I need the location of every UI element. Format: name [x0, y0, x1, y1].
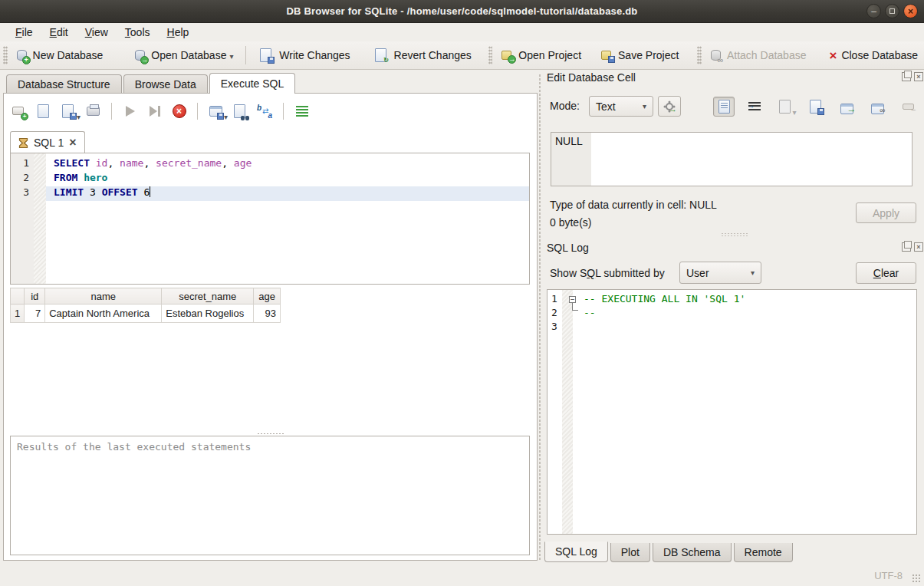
sql-document-tab[interactable]: SQL 1 × [10, 131, 85, 153]
close-dock-icon[interactable]: × [914, 242, 923, 252]
execute-all-button[interactable] [122, 104, 138, 120]
sql-log-filter-select[interactable]: User ▾ [679, 262, 761, 284]
set-null-button[interactable] [897, 97, 919, 117]
export-data-button[interactable] [805, 97, 827, 117]
close-button[interactable]: × [903, 4, 918, 18]
tab-execute-sql[interactable]: Execute SQL [209, 73, 296, 94]
corner-header [11, 288, 25, 305]
save-project-button[interactable]: Save Project [595, 46, 685, 64]
clear-log-button[interactable]: Clear [856, 262, 916, 284]
menu-view[interactable]: View [77, 25, 116, 40]
sql-log-dock-title: SQL Log [547, 242, 589, 254]
stop-execution-button[interactable]: × [171, 104, 187, 120]
cell-value-text: NULL [551, 133, 591, 186]
mode-label: Mode: [550, 100, 580, 112]
apply-button[interactable]: Apply [856, 202, 916, 223]
open-external-button[interactable]: → [836, 97, 857, 117]
open-database-icon: → [135, 49, 146, 62]
find-replace-button[interactable]: ba⇄ [257, 104, 273, 120]
format-sql-button[interactable] [294, 104, 310, 120]
menu-tools[interactable]: Tools [117, 25, 158, 40]
column-header-secret-name[interactable]: secret_name [162, 288, 254, 305]
mode-select[interactable]: Text ▾ [589, 96, 653, 117]
text-view-toggle-button[interactable] [713, 97, 735, 117]
save-icon [70, 113, 77, 120]
tab-database-structure[interactable]: Database Structure [6, 74, 122, 94]
menu-help[interactable]: Help [159, 25, 197, 40]
fold-collapse-icon[interactable]: − [569, 296, 576, 303]
cell-name[interactable]: Captain North America [45, 305, 162, 323]
print-icon [87, 107, 100, 116]
cell-secret-name[interactable]: Esteban Rogelios [162, 305, 254, 323]
close-dock-icon[interactable]: × [914, 72, 923, 81]
print-button[interactable] [85, 104, 101, 120]
cell-value-editor[interactable]: NULL [551, 132, 912, 186]
minimize-button[interactable]: – [866, 4, 881, 18]
sql-text[interactable]: SELECT id, name, secret_name, age FROM h… [46, 153, 529, 284]
open-database-dropdown-icon[interactable]: ▾ [229, 52, 233, 62]
dock-tab-db-schema[interactable]: DB Schema [653, 543, 732, 562]
dock-tab-plot[interactable]: Plot [610, 543, 650, 562]
close-tab-icon[interactable]: × [69, 137, 76, 149]
title-bar[interactable]: DB Browser for SQLite - /home/user/code/… [0, 0, 924, 23]
row-number[interactable]: 1 [11, 305, 25, 323]
sql-log-view[interactable]: 1 2 3 − -- EXECUTING ALL IN 'SQL 1' -- [547, 289, 917, 535]
column-header-id[interactable]: id [25, 288, 45, 305]
close-database-button[interactable]: × Close Database [823, 46, 924, 65]
menu-file[interactable]: File [8, 25, 41, 40]
revert-changes-button[interactable]: ↻ Revert Changes [367, 44, 478, 67]
log-fold-margin [562, 290, 573, 534]
auto-switch-mode-button[interactable]: → [658, 96, 681, 117]
dock-tab-remote[interactable]: Remote [734, 543, 793, 562]
toolbar-grip[interactable] [488, 46, 493, 64]
toolbar-grip[interactable] [3, 46, 8, 64]
column-header-name[interactable]: name [45, 288, 162, 305]
sql-line: SELECT id, name, secret_name, age [46, 157, 529, 172]
execution-log-box[interactable]: Results of the last executed statements [10, 436, 530, 555]
line-number-gutter: 1 2 3 [11, 153, 34, 284]
chevron-down-icon: ▾ [643, 102, 646, 110]
save-icon [817, 108, 824, 115]
execute-sql-pane: + ▾ × ▾ ba⇄ SQL 1 × 1 2 3 [3, 93, 538, 561]
cell-size-info: 0 byte(s) [550, 216, 591, 229]
dock-splitter-handle[interactable] [721, 232, 748, 236]
close-database-icon: × [829, 49, 837, 62]
float-dock-icon[interactable] [902, 72, 911, 81]
open-database-button[interactable]: → Open Database ▾ [129, 46, 239, 65]
dock-tab-sql-log[interactable]: SQL Log [544, 542, 608, 562]
revert-changes-icon: ↻ [373, 48, 390, 64]
edit-cell-dock-title: Edit Database Cell [547, 71, 636, 84]
gear-icon: → [666, 103, 673, 110]
toolbar-grip[interactable] [697, 46, 702, 64]
float-dock-icon[interactable] [902, 242, 911, 252]
export-results-button[interactable]: ▾ [208, 104, 224, 120]
replace-icon: ⇄ [262, 107, 268, 115]
sql-code-editor[interactable]: 1 2 3 SELECT id, name, secret_name, age … [10, 153, 530, 285]
cell-id[interactable]: 7 [25, 305, 45, 323]
new-sql-tab-button[interactable]: + [12, 104, 28, 120]
open-sql-file-button[interactable] [36, 104, 52, 120]
fold-margin [34, 153, 46, 284]
open-project-button[interactable]: → Open Project [495, 46, 587, 64]
dock-splitter[interactable] [538, 74, 541, 561]
write-changes-button[interactable]: Write Changes [252, 44, 356, 67]
attach-database-button[interactable]: ∞ Attach Database [705, 46, 813, 65]
resize-grip[interactable] [912, 574, 921, 583]
menu-edit[interactable]: Edit [42, 25, 76, 40]
cell-age[interactable]: 93 [254, 305, 281, 323]
copy-link-button[interactable]: ∞ [866, 97, 888, 117]
window-title: DB Browser for SQLite - /home/user/code/… [286, 5, 637, 17]
arrow-right-icon: → [847, 104, 857, 114]
table-row: 1 7 Captain North America Esteban Rogeli… [11, 305, 281, 323]
import-data-button[interactable]: ▾ [774, 97, 796, 117]
maximize-button[interactable] [885, 4, 899, 18]
new-database-button[interactable]: + New Database [11, 46, 110, 65]
execute-current-line-button[interactable] [146, 104, 163, 120]
column-header-age[interactable]: age [254, 288, 281, 305]
save-sql-file-button[interactable]: ▾ [61, 104, 77, 120]
results-grid[interactable]: id name secret_name age 1 7 Captain Nort… [10, 288, 281, 323]
plus-icon: + [21, 113, 28, 120]
tab-browse-data[interactable]: Browse Data [123, 74, 208, 94]
word-wrap-button[interactable] [744, 97, 765, 117]
find-button[interactable] [232, 104, 248, 120]
